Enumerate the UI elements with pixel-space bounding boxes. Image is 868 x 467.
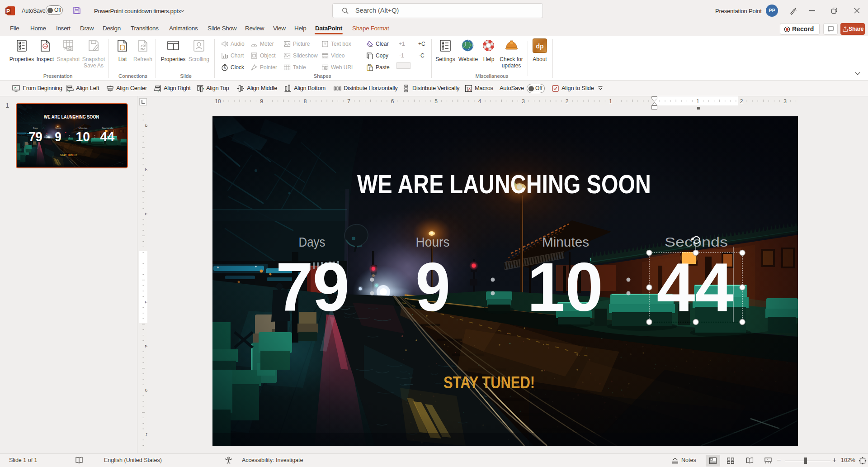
svg-text:4: 4: [144, 433, 147, 436]
svg-text:1: 1: [144, 300, 147, 304]
svg-text:3: 3: [144, 124, 147, 127]
svg-text:6: 6: [391, 98, 394, 105]
svg-text:9: 9: [260, 98, 263, 105]
svg-text:P: P: [6, 8, 10, 14]
svg-text:2: 2: [144, 168, 147, 172]
svg-text:2: 2: [144, 345, 147, 348]
svg-text:4: 4: [478, 98, 481, 105]
svg-text:dp: dp: [536, 43, 543, 50]
svg-text:3: 3: [144, 389, 147, 392]
svg-text:2: 2: [740, 98, 743, 105]
svg-text:7: 7: [347, 98, 350, 105]
svg-text:5: 5: [434, 98, 438, 105]
svg-text:1: 1: [696, 98, 699, 105]
svg-text:1: 1: [144, 212, 147, 215]
svg-text:10: 10: [215, 98, 221, 105]
svg-text:8: 8: [304, 98, 307, 105]
svg-text:3: 3: [522, 98, 525, 105]
svg-text:2: 2: [566, 98, 569, 105]
svg-text:3: 3: [783, 98, 787, 105]
svg-text:1: 1: [609, 98, 612, 105]
